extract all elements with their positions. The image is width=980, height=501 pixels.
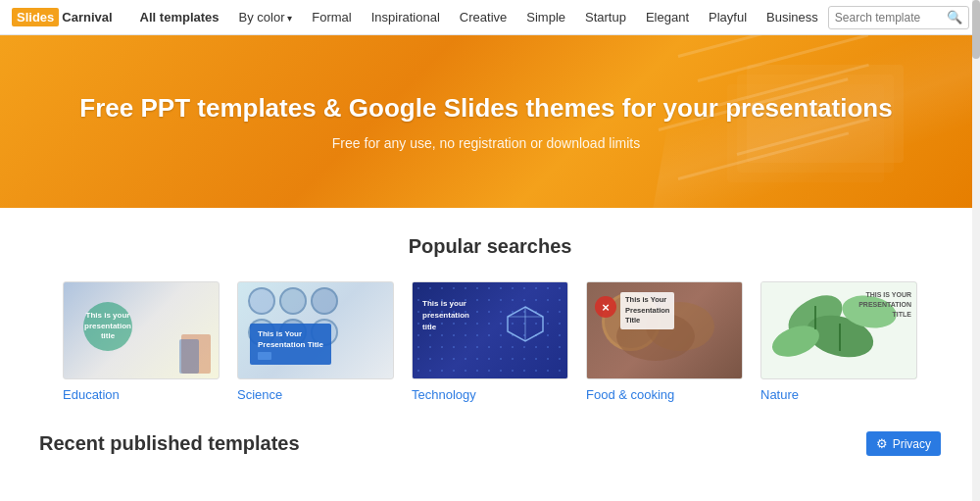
card-food[interactable]: × This is YourPresentationTitle Food & c… bbox=[586, 281, 743, 402]
recent-title: Recent published templates bbox=[39, 432, 300, 455]
search-bar[interactable]: 🔍 bbox=[828, 6, 969, 29]
popular-searches-cards: This is yourpresentationtitle Education … bbox=[39, 281, 941, 402]
hero-banner: Free PPT templates & Google Slides theme… bbox=[0, 35, 972, 208]
food-badge: × bbox=[595, 296, 616, 318]
tech-overlay: This is yourpresentationtitle bbox=[422, 298, 469, 333]
scrollbar[interactable] bbox=[972, 0, 980, 456]
logo[interactable]: Slides Carnival bbox=[12, 8, 113, 26]
popular-searches-section: Popular searches This is yourpresentatio… bbox=[0, 208, 980, 422]
nav-link-by-color[interactable]: By color bbox=[229, 10, 303, 25]
tech-3d-icon bbox=[504, 302, 548, 346]
edu-overlay: This is yourpresentationtitle bbox=[83, 302, 132, 351]
logo-carnival: Carnival bbox=[62, 10, 112, 25]
nav-links: All templates By color Formal Inspiratio… bbox=[130, 10, 828, 25]
privacy-gear-icon: ⚙ bbox=[876, 436, 888, 451]
card-education-label: Education bbox=[63, 387, 120, 402]
card-education-image: This is yourpresentationtitle bbox=[63, 281, 220, 379]
recent-section: Recent published templates ⚙ Privacy bbox=[0, 422, 980, 456]
search-icon: 🔍 bbox=[947, 10, 962, 25]
card-science-image: This is YourPresentation Title bbox=[237, 281, 394, 379]
nav-link-formal[interactable]: Formal bbox=[302, 10, 361, 25]
nav-link-all-templates[interactable]: All templates bbox=[130, 10, 229, 25]
card-technology-image: This is yourpresentationtitle bbox=[412, 281, 568, 379]
card-food-label: Food & cooking bbox=[586, 387, 674, 402]
nature-overlay: THIS IS YOURPRESENTATIONTITLE bbox=[858, 290, 911, 319]
card-nature[interactable]: THIS IS YOURPRESENTATIONTITLE Nature bbox=[760, 281, 917, 402]
card-nature-image: THIS IS YOURPRESENTATIONTITLE bbox=[760, 281, 917, 379]
card-technology-label: Technology bbox=[412, 387, 476, 402]
hero-title: Free PPT templates & Google Slides theme… bbox=[60, 92, 911, 125]
nav-link-creative[interactable]: Creative bbox=[450, 10, 516, 25]
scrollbar-thumb[interactable] bbox=[972, 0, 980, 59]
search-input[interactable] bbox=[835, 11, 943, 25]
nav-link-simple[interactable]: Simple bbox=[516, 10, 575, 25]
card-food-image: × This is YourPresentationTitle bbox=[586, 281, 743, 379]
privacy-label: Privacy bbox=[893, 437, 931, 451]
nav-link-business[interactable]: Business bbox=[757, 10, 828, 25]
card-technology[interactable]: This is yourpresentationtitle Technology bbox=[412, 281, 568, 402]
card-science[interactable]: This is YourPresentation Title Science bbox=[237, 281, 394, 402]
hero-subtitle: Free for any use, no registration or dow… bbox=[332, 135, 640, 151]
nav-link-playful[interactable]: Playful bbox=[699, 10, 757, 25]
popular-searches-title: Popular searches bbox=[39, 235, 941, 258]
card-science-label: Science bbox=[237, 387, 282, 402]
navigation: Slides Carnival All templates By color F… bbox=[0, 0, 980, 35]
logo-slides: Slides bbox=[12, 8, 59, 26]
nav-link-startup[interactable]: Startup bbox=[575, 10, 636, 25]
food-overlay: This is YourPresentationTitle bbox=[620, 292, 674, 329]
card-education[interactable]: This is yourpresentationtitle Education bbox=[63, 281, 220, 402]
privacy-button[interactable]: ⚙ Privacy bbox=[866, 431, 941, 456]
nav-link-inspirational[interactable]: Inspirational bbox=[362, 10, 450, 25]
card-nature-label: Nature bbox=[760, 387, 799, 402]
sci-overlay: This is YourPresentation Title bbox=[250, 324, 331, 365]
nav-link-elegant[interactable]: Elegant bbox=[636, 10, 699, 25]
